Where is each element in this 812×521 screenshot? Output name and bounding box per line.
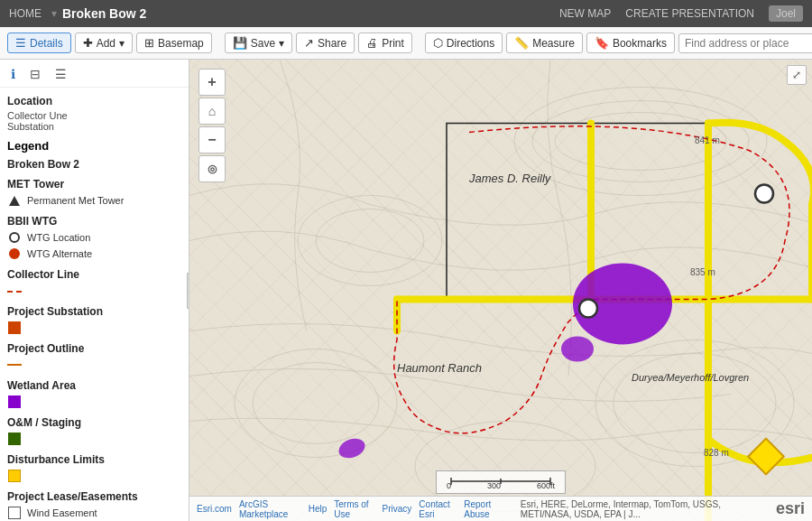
arcgis-marketplace-link[interactable]: ArcGIS Marketplace <box>239 499 301 519</box>
toolbar: ☰ Details ✚ Add ▾ ⊞ Basemap 💾 Save ▾ ↗ S… <box>0 27 812 60</box>
attribution-bar: Esri.com ArcGIS Marketplace Help Terms o… <box>189 496 812 521</box>
map-attribution-text: Esri, HERE, DeLorme, Intermap, TomTom, U… <box>521 499 769 519</box>
wtg-alternate-label: WTG Alternate <box>27 248 92 259</box>
help-link[interactable]: Help <box>309 504 328 514</box>
legend-title: Legend <box>7 139 181 153</box>
save-icon: 💾 <box>233 36 247 50</box>
legend-group-title-met: MET Tower <box>7 178 181 191</box>
triangle-symbol <box>7 193 22 208</box>
circle-filled-symbol <box>7 247 22 261</box>
legend-group-lease: Project Lease/Easements Wind Easement TR… <box>7 490 181 521</box>
tab-grid[interactable]: ☰ <box>51 65 70 83</box>
locate-button[interactable]: ◎ <box>198 155 226 182</box>
line-orange-symbol <box>7 358 22 372</box>
legend-item-wtg-alternate: WTG Alternate <box>7 247 181 261</box>
legend-group-title-lease: Project Lease/Easements <box>7 490 181 503</box>
add-button[interactable]: ✚ Add ▾ <box>75 33 133 53</box>
bookmarks-button[interactable]: 🔖 Bookmarks <box>586 33 675 53</box>
collector-line-value: Collector Une <box>7 110 181 121</box>
top-nav: HOME ▾ Broken Bow 2 NEW MAP CREATE PRESE… <box>0 0 812 27</box>
svg-point-6 <box>253 363 379 444</box>
svg-text:835 m: 835 m <box>690 267 715 277</box>
basemap-icon: ⊞ <box>144 36 154 50</box>
map-expand-button[interactable]: ⤢ <box>787 65 807 85</box>
svg-point-0 <box>514 88 767 196</box>
svg-point-16 <box>561 337 594 362</box>
legend-group-title-wtg: BBII WTG <box>7 215 181 228</box>
legend-group-collector: Collector Line <box>7 268 181 298</box>
tab-info[interactable]: ℹ <box>7 65 19 83</box>
share-button[interactable]: ↗ Share <box>296 33 355 53</box>
svg-text:0: 0 <box>447 481 451 489</box>
tab-list[interactable]: ⊟ <box>26 65 44 83</box>
print-button[interactable]: 🖨 Print <box>358 33 412 53</box>
details-icon: ☰ <box>15 36 26 50</box>
legend-group-title-substation: Project Substation <box>7 305 181 318</box>
legend-group-title-outline: Project Outline <box>7 342 181 355</box>
terms-link[interactable]: Terms of Use <box>334 499 374 519</box>
svg-text:600ft: 600ft <box>537 481 556 489</box>
bookmarks-icon: 🔖 <box>595 36 609 50</box>
directions-button[interactable]: ⬡ Directions <box>425 33 503 53</box>
nav-separator: ▾ <box>51 7 57 20</box>
sidebar-tabs: ℹ ⊟ ☰ <box>0 60 189 88</box>
esri-logo: esri <box>776 499 805 518</box>
legend-group-wtg: BBII WTG WTG Location WTG Alternate <box>7 215 181 261</box>
measure-button[interactable]: 📏 Measure <box>506 33 583 53</box>
legend-item-wtg-location: WTG Location <box>7 230 181 245</box>
home-link[interactable]: HOME <box>9 7 42 20</box>
zoom-out-button[interactable]: − <box>198 126 226 154</box>
directions-icon: ⬡ <box>433 36 443 50</box>
share-icon: ↗ <box>304 36 314 50</box>
svg-point-4 <box>316 209 424 273</box>
measure-icon: 📏 <box>514 36 529 50</box>
svg-text:James D. Reilly: James D. Reilly <box>468 172 552 185</box>
svg-text:Duryea/Meyerhoff/Lovgren: Duryea/Meyerhoff/Lovgren <box>632 372 749 383</box>
legend-item-om <box>7 432 181 446</box>
svg-point-17 <box>336 435 367 461</box>
legend-item-disturbance <box>7 469 181 483</box>
map-area[interactable]: James D. Reilly Haumont Ranch Duryea/Mey… <box>189 60 812 521</box>
sidebar: ℹ ⊟ ☰ Location Collector Une Substation … <box>0 60 189 521</box>
location-section: Location Collector Une Substation <box>7 95 181 132</box>
details-button[interactable]: ☰ Details <box>7 33 71 53</box>
legend-group-outline: Project Outline <box>7 342 181 372</box>
privacy-link[interactable]: Privacy <box>383 504 412 514</box>
report-link[interactable]: Report Abuse <box>464 499 506 519</box>
create-presentation-link[interactable]: CREATE PRESENTATION <box>625 7 754 20</box>
wind-easement-label: Wind Easement <box>27 507 97 518</box>
home-button[interactable]: ⌂ <box>198 98 226 125</box>
basemap-button[interactable]: ⊞ Basemap <box>136 33 212 53</box>
svg-text:828 m: 828 m <box>704 448 729 458</box>
legend-group-title-collector: Collector Line <box>7 268 181 281</box>
svg-point-8 <box>614 354 776 453</box>
search-box[interactable]: 🔍 <box>678 33 812 53</box>
esri-link[interactable]: Esri.com <box>197 504 232 514</box>
print-icon: 🖨 <box>366 36 378 50</box>
rect-yellow-symbol <box>7 469 22 483</box>
svg-point-5 <box>235 349 397 458</box>
substation-value: Substation <box>7 121 181 132</box>
legend-group-title-disturbance: Disturbance Limits <box>7 453 181 466</box>
legend-item-wind-easement: Wind Easement <box>7 506 181 520</box>
user-badge[interactable]: Joel <box>769 5 803 22</box>
contact-link[interactable]: Contact Esri <box>419 499 457 519</box>
sidebar-content: Location Collector Une Substation Legend… <box>0 88 189 521</box>
legend-group-om: O&M / Staging <box>7 416 181 446</box>
map-controls: + ⌂ − ◎ <box>198 69 226 182</box>
legend-item-collector <box>7 284 181 298</box>
new-map-link[interactable]: NEW MAP <box>559 7 611 20</box>
legend-item-outline <box>7 358 181 372</box>
save-chevron: ▾ <box>279 37 284 50</box>
save-button[interactable]: 💾 Save ▾ <box>225 33 292 53</box>
svg-point-19 <box>579 300 597 318</box>
zoom-in-button[interactable]: + <box>198 69 226 96</box>
search-input[interactable] <box>685 37 812 50</box>
add-icon: ✚ <box>83 36 93 50</box>
svg-text:Haumont Ranch: Haumont Ranch <box>397 361 482 375</box>
rect-purple-symbol <box>7 395 22 409</box>
legend-group-disturbance: Disturbance Limits <box>7 453 181 483</box>
svg-rect-10 <box>447 124 708 300</box>
legend-group-title-om: O&M / Staging <box>7 416 181 429</box>
map-svg: James D. Reilly Haumont Ranch Duryea/Mey… <box>189 60 812 521</box>
